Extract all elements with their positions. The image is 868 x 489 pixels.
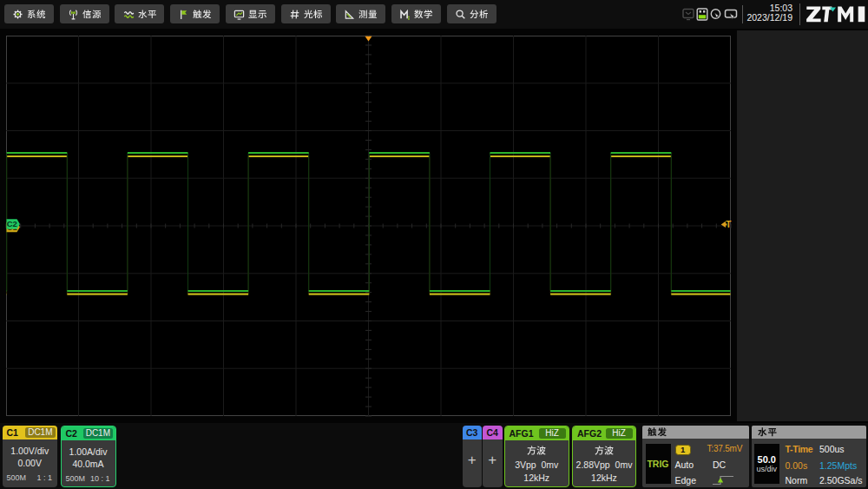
- svg-text:C2: C2: [7, 219, 17, 228]
- svg-text:T: T: [726, 220, 731, 229]
